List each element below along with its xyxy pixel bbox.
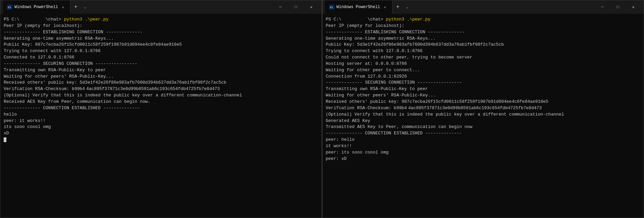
left-maximize-button[interactable]: □: [288, 0, 304, 14]
right-terminal-body[interactable]: PS C:\ \chat> python3 .\peer.py Peer IP …: [322, 14, 644, 218]
left-window: PS Windows PowerShell ✕ + ⌄ — □ ✕ PS C:\…: [0, 0, 322, 218]
left-win-controls: — □ ✕: [273, 0, 319, 14]
svg-text:PS: PS: [8, 6, 11, 9]
right-tab[interactable]: PS Windows PowerShell ✕: [325, 0, 393, 14]
right-window: PS Windows PowerShell ✕ + ⌄ — □ ✕ PS C:\…: [322, 0, 644, 218]
left-close-button[interactable]: ✕: [304, 0, 319, 14]
right-tab-label: Windows PowerShell: [336, 5, 380, 9]
left-terminal-body[interactable]: PS C:\ \chat> python3 .\peer.py Peer IP …: [0, 14, 322, 218]
svg-text:PS: PS: [330, 6, 333, 9]
left-minimize-button[interactable]: —: [273, 0, 288, 14]
powershell-icon: PS: [7, 4, 12, 10]
right-win-controls: — □ ✕: [595, 0, 641, 14]
left-tab-close[interactable]: ✕: [60, 4, 66, 10]
right-titlebar: PS Windows PowerShell ✕ + ⌄ — □ ✕: [322, 0, 644, 14]
left-tab[interactable]: PS Windows PowerShell ✕: [3, 0, 71, 14]
right-maximize-button[interactable]: □: [610, 0, 626, 14]
left-dropdown-button[interactable]: ⌄: [81, 2, 89, 12]
right-minimize-button[interactable]: —: [595, 0, 610, 14]
right-dropdown-button[interactable]: ⌄: [403, 2, 411, 12]
left-titlebar: PS Windows PowerShell ✕ + ⌄ — □ ✕: [0, 0, 322, 14]
powershell-icon-right: PS: [329, 4, 334, 10]
right-tab-close[interactable]: ✕: [382, 4, 388, 10]
left-new-tab-button[interactable]: +: [71, 2, 81, 12]
right-new-tab-button[interactable]: +: [393, 2, 403, 12]
left-tab-label: Windows PowerShell: [14, 5, 58, 9]
right-close-button[interactable]: ✕: [626, 0, 641, 14]
